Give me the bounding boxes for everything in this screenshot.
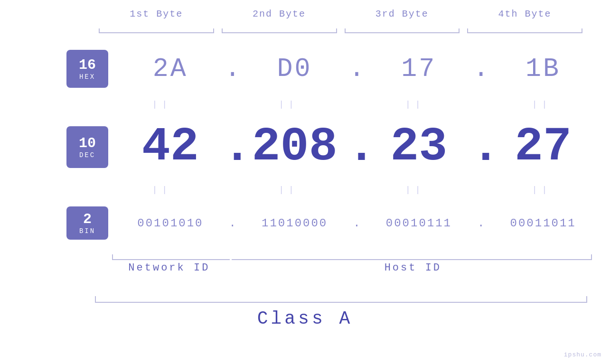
host-brk-right-tick	[591, 254, 592, 260]
hex-b3: 17	[366, 54, 472, 84]
network-id-label: Network ID	[108, 262, 230, 274]
top-brk-4	[467, 28, 582, 37]
dec-badge-label: DEC	[79, 151, 95, 159]
dec-dot2: .	[347, 121, 366, 174]
byte4-header: 4th Byte	[463, 9, 586, 19]
eq1-b4: ||	[488, 100, 596, 109]
bin-b4: 00011011	[490, 217, 596, 230]
byte1-header: 1st Byte	[95, 9, 218, 19]
brk4-right-tick	[582, 28, 582, 33]
class-label: Class A	[0, 308, 610, 329]
hex-b1: 2A	[118, 54, 223, 84]
dec-b3: 23	[366, 123, 472, 171]
network-bracket	[108, 252, 230, 260]
top-brk-2	[222, 28, 337, 37]
class-right-tick	[586, 296, 587, 303]
top-bracket-row	[95, 28, 586, 37]
bin-dot3: .	[471, 217, 490, 230]
bin-dot2: .	[347, 217, 366, 230]
bin-badge-number: 2	[83, 212, 92, 227]
main-layout: 1st Byte 2nd Byte 3rd Byte 4th Byte 16 H…	[0, 0, 610, 364]
hex-dot1: .	[223, 54, 242, 84]
class-bracket	[95, 294, 587, 303]
equals-row-2: || || || ||	[108, 183, 596, 197]
brk1-right-tick	[213, 28, 214, 33]
eq2-b2: ||	[235, 185, 343, 195]
top-brk-1	[99, 28, 214, 37]
hex-badge-number: 16	[79, 57, 96, 73]
hex-dot3: .	[471, 54, 490, 84]
network-host-labels: Network ID Host ID	[108, 262, 596, 274]
byte-headers: 1st Byte 2nd Byte 3rd Byte 4th Byte	[95, 9, 586, 19]
watermark: ipshu.com	[564, 351, 601, 358]
dec-badge: 10 DEC	[66, 126, 108, 168]
brk2-right-tick	[336, 28, 337, 33]
hex-row: 16 HEX 2A . D0 . 17 . 1B	[66, 50, 596, 88]
dec-b1: 42	[118, 123, 223, 171]
dec-dot3: .	[471, 121, 490, 174]
byte2-header: 2nd Byte	[218, 9, 341, 19]
dec-dot1: .	[223, 121, 242, 174]
bin-b2: 11010000	[242, 217, 347, 230]
hex-badge-label: HEX	[79, 73, 95, 81]
eq1-b1: ||	[108, 100, 216, 109]
dec-row: 10 DEC 42 . 208 . 23 . 27	[66, 121, 596, 173]
brk3-right-tick	[459, 28, 460, 33]
hex-badge: 16 HEX	[66, 50, 108, 88]
eq2-b1: ||	[108, 185, 216, 195]
dec-badge-number: 10	[79, 136, 96, 151]
bin-b3: 00010111	[366, 217, 472, 230]
bin-badge: 2 BIN	[66, 206, 108, 240]
bin-badge-label: BIN	[79, 227, 95, 235]
bin-row: 2 BIN 00101010 . 11010000 . 00010111 . 0…	[66, 206, 596, 240]
bin-dot1: .	[223, 217, 242, 230]
bin-b1: 00101010	[118, 217, 223, 230]
dec-b2: 208	[242, 123, 347, 171]
host-id-label: Host ID	[230, 262, 596, 274]
eq1-b3: ||	[362, 100, 469, 109]
dec-b4: 27	[490, 123, 596, 171]
equals-row-1: || || || ||	[108, 97, 596, 112]
eq1-b2: ||	[235, 100, 343, 109]
byte3-header: 3rd Byte	[341, 9, 464, 19]
hex-dot2: .	[347, 54, 366, 84]
hex-b2: D0	[242, 54, 347, 84]
host-bracket	[232, 252, 596, 260]
top-brk-3	[345, 28, 460, 37]
eq2-b3: ||	[362, 185, 469, 195]
eq2-b4: ||	[488, 185, 596, 195]
bottom-bracket-row	[108, 252, 596, 260]
hex-b4: 1B	[490, 54, 596, 84]
